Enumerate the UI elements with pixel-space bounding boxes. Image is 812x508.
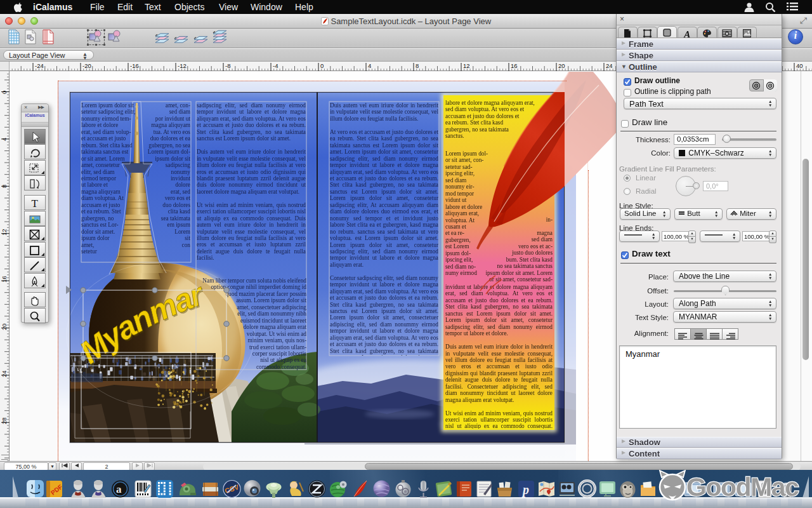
svg-text:8: 8 (416, 62, 419, 69)
svg-text:12: 12 (1, 229, 8, 236)
svg-text:-20: -20 (82, 62, 91, 69)
svg-text:4: 4 (368, 62, 371, 69)
svg-text:0: 0 (1, 91, 8, 94)
svg-text:12: 12 (463, 62, 470, 69)
svg-text:p: p (521, 483, 529, 497)
svg-text:-12: -12 (178, 62, 187, 69)
svg-text:GoodMac: GoodMac (686, 472, 799, 502)
svg-text:24: 24 (1, 370, 8, 377)
svg-text:a: a (116, 483, 122, 495)
svg-text:28: 28 (1, 417, 8, 424)
svg-text:16: 16 (511, 62, 518, 69)
svg-text:4: 4 (1, 138, 8, 141)
svg-text:-8: -8 (225, 62, 230, 69)
svg-text:-24: -24 (35, 62, 44, 69)
svg-text:20: 20 (558, 62, 565, 69)
svg-text:20: 20 (1, 323, 8, 330)
svg-text:-4: -4 (273, 62, 278, 69)
svg-text:40: 40 (796, 62, 803, 69)
svg-text:8: 8 (1, 185, 8, 188)
svg-text:T: T (32, 197, 39, 210)
svg-text:-16: -16 (130, 62, 139, 69)
svg-text:0: 0 (320, 62, 324, 69)
svg-text:16: 16 (1, 276, 8, 283)
svg-text:24: 24 (606, 62, 613, 69)
